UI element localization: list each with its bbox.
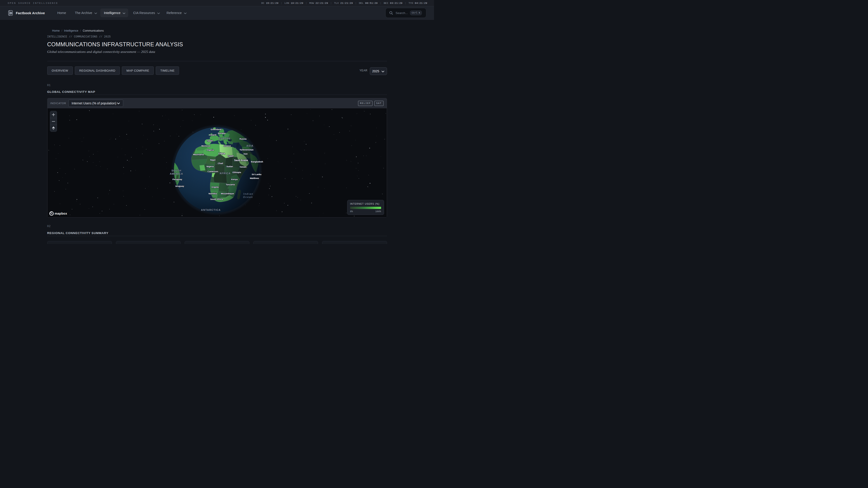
svg-text:ANTARCTICA: ANTARCTICA — [201, 208, 221, 211]
svg-text:Spain: Spain — [207, 139, 213, 142]
svg-text:AMERICA: AMERICA — [170, 172, 183, 175]
svg-text:Namibia: Namibia — [209, 192, 217, 195]
svg-text:Iran: Iran — [243, 153, 248, 155]
svg-text:Morocco: Morocco — [201, 144, 210, 147]
svg-text:Bangladesh: Bangladesh — [251, 160, 263, 163]
svg-text:Ethiopia: Ethiopia — [232, 171, 241, 173]
svg-text:Mozambique: Mozambique — [221, 192, 234, 195]
svg-text:Egypt: Egypt — [228, 155, 234, 157]
svg-text:Yemen: Yemen — [239, 166, 246, 168]
svg-text:Paraguay: Paraguay — [173, 178, 182, 181]
svg-text:Russia: Russia — [239, 138, 247, 140]
svg-text:EUROPE: EUROPE — [219, 137, 231, 140]
svg-text:Sudan: Sudan — [226, 165, 233, 168]
svg-text:South Africa: South Africa — [210, 198, 223, 200]
svg-text:Nigeria: Nigeria — [206, 165, 214, 168]
svg-text:Indian: Indian — [243, 193, 253, 195]
svg-text:SOUTH: SOUTH — [171, 169, 181, 172]
svg-text:Niger: Niger — [210, 159, 216, 161]
svg-text:Algeria: Algeria — [206, 149, 214, 151]
svg-text:ASIA: ASIA — [246, 144, 253, 147]
svg-text:Angola: Angola — [211, 186, 219, 188]
svg-text:AFRICA: AFRICA — [219, 172, 230, 175]
svg-text:Ireland: Ireland — [209, 133, 216, 136]
svg-text:Mauritania: Mauritania — [193, 153, 204, 156]
svg-text:Greenland: Greenland — [211, 128, 221, 131]
svg-text:Tanzania: Tanzania — [226, 183, 235, 186]
svg-text:Ocean: Ocean — [243, 196, 253, 198]
svg-text:Greece: Greece — [223, 144, 230, 147]
svg-text:Chad: Chad — [218, 162, 223, 164]
svg-text:Maldives: Maldives — [250, 177, 259, 180]
svg-text:Kenya: Kenya — [231, 178, 238, 181]
svg-text:Cameroon: Cameroon — [208, 170, 218, 173]
svg-text:Norway: Norway — [218, 132, 225, 134]
svg-text:Uruguay: Uruguay — [175, 185, 184, 187]
svg-text:Turkmenistan: Turkmenistan — [239, 149, 253, 151]
svg-text:Libya: Libya — [218, 152, 225, 155]
svg-text:Saudi Arabia: Saudi Arabia — [234, 159, 248, 162]
svg-text:Sri Lanka: Sri Lanka — [252, 173, 261, 175]
